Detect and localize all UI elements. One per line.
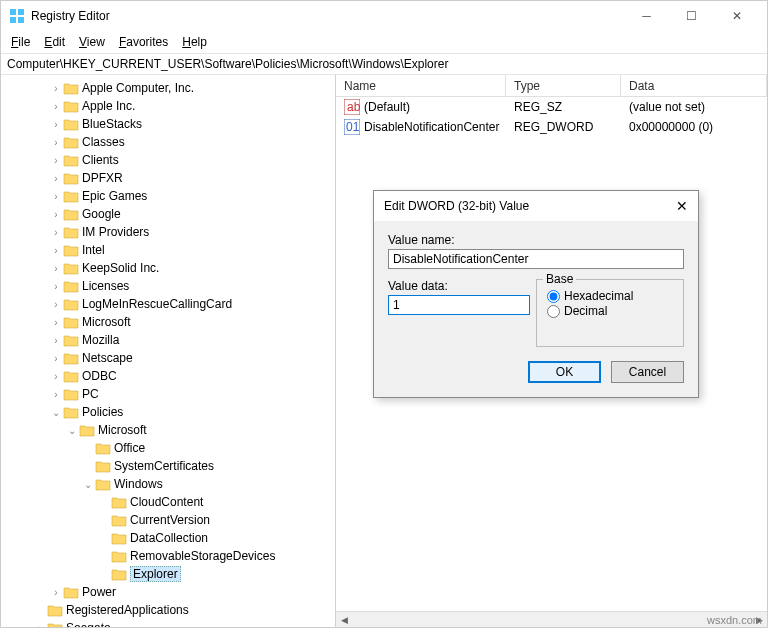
tree-node[interactable]: ›IM Providers	[1, 223, 335, 241]
tree-label: DPFXR	[82, 171, 123, 185]
expand-icon[interactable]: ›	[49, 353, 63, 364]
folder-icon	[95, 441, 111, 455]
tree-node[interactable]: ›Google	[1, 205, 335, 223]
dialog-close-button[interactable]: ✕	[676, 198, 688, 214]
expand-icon[interactable]: ›	[49, 119, 63, 130]
tree-node[interactable]: ⌄Microsoft	[1, 421, 335, 439]
valuename-label: Value name:	[388, 233, 684, 247]
tree-node[interactable]: ›Netscape	[1, 349, 335, 367]
tree-node[interactable]: ›DPFXR	[1, 169, 335, 187]
expand-icon[interactable]: ›	[49, 335, 63, 346]
expand-icon[interactable]: ⌄	[65, 425, 79, 436]
expand-icon[interactable]: ›	[49, 389, 63, 400]
expand-icon[interactable]: ›	[33, 623, 47, 628]
valuename-field: DisableNotificationCenter	[388, 249, 684, 269]
menu-help[interactable]: Help	[182, 35, 207, 49]
ok-button[interactable]: OK	[528, 361, 601, 383]
tree-node[interactable]: ›Apple Inc.	[1, 97, 335, 115]
expand-icon[interactable]: ›	[49, 281, 63, 292]
list-row[interactable]: 011DisableNotificationCenterREG_DWORD0x0…	[336, 117, 767, 137]
tree-label: Classes	[82, 135, 125, 149]
value-data: (value not set)	[621, 100, 767, 114]
valuedata-input[interactable]	[388, 295, 530, 315]
tree-node[interactable]: ›BlueStacks	[1, 115, 335, 133]
expand-icon[interactable]: ⌄	[81, 479, 95, 490]
menu-edit[interactable]: Edit	[44, 35, 65, 49]
menu-view[interactable]: View	[79, 35, 105, 49]
expand-icon[interactable]: ›	[49, 137, 63, 148]
folder-icon	[79, 423, 95, 437]
tree-node[interactable]: ›Classes	[1, 133, 335, 151]
expand-icon[interactable]: ›	[49, 173, 63, 184]
tree-label: Power	[82, 585, 116, 599]
tree-label: Seagate	[66, 621, 111, 627]
menu-favorites[interactable]: Favorites	[119, 35, 168, 49]
tree-node[interactable]: ›Microsoft	[1, 313, 335, 331]
radio-hex[interactable]	[547, 290, 560, 303]
edit-dword-dialog: Edit DWORD (32-bit) Value ✕ Value name: …	[373, 190, 699, 398]
expand-icon[interactable]: ›	[49, 587, 63, 598]
tree-node[interactable]: ›KeepSolid Inc.	[1, 259, 335, 277]
tree-node[interactable]: CloudContent	[1, 493, 335, 511]
minimize-button[interactable]: ─	[624, 2, 669, 31]
tree-node[interactable]: ⌄Policies	[1, 403, 335, 421]
tree-pane[interactable]: ›Apple Computer, Inc.›Apple Inc.›BlueSta…	[1, 75, 336, 627]
expand-icon[interactable]: ›	[49, 227, 63, 238]
close-button[interactable]: ✕	[714, 2, 759, 31]
tree-node[interactable]: ⌄Windows	[1, 475, 335, 493]
col-type[interactable]: Type	[506, 75, 621, 96]
radio-dec[interactable]	[547, 305, 560, 318]
tree-node[interactable]: Office	[1, 439, 335, 457]
expand-icon[interactable]: ›	[49, 83, 63, 94]
tree-label: PC	[82, 387, 99, 401]
tree-node[interactable]: ›LogMeInRescueCallingCard	[1, 295, 335, 313]
maximize-button[interactable]: ☐	[669, 2, 714, 31]
col-name[interactable]: Name	[336, 75, 506, 96]
tree-node[interactable]: ›Seagate	[1, 619, 335, 627]
expand-icon[interactable]: ⌄	[49, 407, 63, 418]
svg-rect-3	[18, 17, 24, 23]
tree-node[interactable]: ›Apple Computer, Inc.	[1, 79, 335, 97]
expand-icon[interactable]: ›	[49, 317, 63, 328]
tree-node[interactable]: Explorer	[1, 565, 335, 583]
tree-node[interactable]: ›Licenses	[1, 277, 335, 295]
tree-node[interactable]: ›Intel	[1, 241, 335, 259]
tree-node[interactable]: DataCollection	[1, 529, 335, 547]
base-label: Base	[543, 272, 576, 286]
tree-node[interactable]: RegisteredApplications	[1, 601, 335, 619]
value-data: 0x00000000 (0)	[621, 120, 767, 134]
tree-node[interactable]: SystemCertificates	[1, 457, 335, 475]
folder-icon	[63, 315, 79, 329]
folder-icon	[47, 621, 63, 627]
tree-node[interactable]: RemovableStorageDevices	[1, 547, 335, 565]
scroll-left-icon[interactable]: ◀	[336, 612, 352, 628]
tree-node[interactable]: ›Power	[1, 583, 335, 601]
expand-icon[interactable]: ›	[49, 155, 63, 166]
expand-icon[interactable]: ›	[49, 263, 63, 274]
menubar: File Edit View Favorites Help	[1, 31, 767, 53]
tree-node[interactable]: CurrentVersion	[1, 511, 335, 529]
window-title: Registry Editor	[31, 9, 110, 23]
expand-icon[interactable]: ›	[49, 191, 63, 202]
expand-icon[interactable]: ›	[49, 101, 63, 112]
tree-label: Clients	[82, 153, 119, 167]
expand-icon[interactable]: ›	[49, 371, 63, 382]
expand-icon[interactable]: ›	[49, 209, 63, 220]
expand-icon[interactable]: ›	[49, 245, 63, 256]
tree-node[interactable]: ›ODBC	[1, 367, 335, 385]
horizontal-scrollbar[interactable]: ◀ ▶	[336, 611, 767, 627]
col-data[interactable]: Data	[621, 75, 767, 96]
cancel-button[interactable]: Cancel	[611, 361, 684, 383]
address-bar[interactable]: Computer\HKEY_CURRENT_USER\Software\Poli…	[1, 53, 767, 75]
list-row[interactable]: ab(Default)REG_SZ(value not set)	[336, 97, 767, 117]
tree-node[interactable]: ›Clients	[1, 151, 335, 169]
tree-node[interactable]: ›Epic Games	[1, 187, 335, 205]
svg-rect-1	[18, 9, 24, 15]
expand-icon[interactable]: ›	[49, 299, 63, 310]
menu-file[interactable]: File	[11, 35, 30, 49]
folder-icon	[63, 297, 79, 311]
folder-icon	[63, 99, 79, 113]
tree-node[interactable]: ›Mozilla	[1, 331, 335, 349]
tree-node[interactable]: ›PC	[1, 385, 335, 403]
folder-icon	[63, 243, 79, 257]
